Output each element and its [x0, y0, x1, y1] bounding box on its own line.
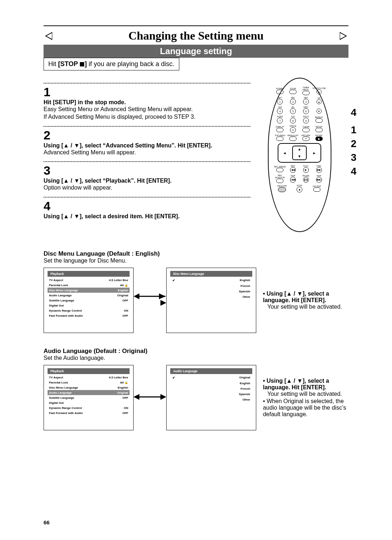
key-2[interactable]: 2	[290, 99, 296, 105]
menu-row: Audio LanguageOriginal	[48, 293, 130, 298]
menu-row: TV Aspect4:3 Letter Box	[48, 277, 130, 283]
stop-button[interactable]: ■	[297, 187, 302, 192]
step-number-4: 4	[44, 199, 250, 213]
dpad[interactable]: ◄ ▲ ▼ ►	[278, 143, 321, 163]
svg-marker-5	[159, 293, 166, 299]
step-head-4: Using [▲ / ▼], select a desired item. Hi…	[44, 213, 250, 220]
svg-marker-9	[134, 394, 139, 400]
list-item: English	[170, 381, 252, 386]
dpad-left-icon[interactable]: ◄	[281, 150, 288, 156]
rev-button[interactable]: ◀◀	[290, 167, 296, 173]
ch-down-button[interactable]: ▼	[317, 109, 322, 114]
step-head-3: Using [▲ / ▼], select “Playback”. Hit [E…	[44, 178, 250, 184]
dpad-right-icon[interactable]: ►	[311, 150, 318, 156]
disc-menu-lang-head: Disc Menu Language (Default : English)	[44, 250, 348, 257]
svg-marker-0	[46, 32, 52, 40]
list-item: Other	[170, 294, 252, 300]
menu-row: Subtitle LanguageOFF	[48, 298, 130, 303]
step-body-3: Option window will appear.	[44, 184, 250, 192]
list-item: Spanish	[170, 289, 252, 294]
skip-back-button[interactable]: |◀◀	[290, 177, 296, 183]
menu-row: Audio LanguageOriginal	[48, 390, 130, 395]
disc-menu-lang-sub: Set the language for Disc Menu.	[44, 257, 348, 264]
menu-row: Fast Forward with AudioOFF	[48, 410, 130, 415]
step-head-1: Hit [SETUP] in the stop mode.	[44, 99, 250, 106]
svg-marker-3	[134, 293, 139, 299]
power-button[interactable]	[276, 90, 283, 94]
menu-row: Subtitle LanguageOFF	[48, 395, 130, 400]
step-number-1: 1	[44, 85, 250, 99]
dpad-down-icon[interactable]: ▼	[298, 155, 301, 158]
step-body-1b: If Advanced Setting Menu is displayed, p…	[44, 113, 250, 121]
key-6[interactable]: 6	[303, 108, 309, 114]
menu-row: Dynamic Range ControlON	[48, 308, 130, 313]
display-button[interactable]	[276, 128, 283, 132]
title-ornament-right-icon	[340, 32, 348, 40]
dpad-up-icon[interactable]: ▲	[298, 148, 301, 151]
enter-button[interactable]: ⏺	[315, 137, 323, 141]
audio-lang-sub: Set the Audio language.	[44, 355, 348, 361]
setting-activated-note-2: Your setting will be activated.	[267, 391, 348, 397]
rec-speed-button[interactable]	[276, 168, 283, 172]
ch-up-button[interactable]: ▲	[317, 99, 322, 104]
return-button[interactable]: ↩	[302, 137, 310, 141]
step-number-2: 2	[44, 128, 250, 142]
pause-button[interactable]: ❚❚	[303, 177, 309, 183]
step-head-2: Using [▲ / ▼], select “Advanced Setting …	[44, 142, 250, 149]
section-banner: Language setting	[44, 45, 348, 58]
audio-lang-head: Audio Language (Default : Original)	[44, 348, 348, 355]
menu-row: Disc Menu LanguageEnglish	[48, 385, 130, 390]
setting-activated-note-1: Your setting will be activated.	[267, 304, 348, 310]
key-1[interactable]: 1	[277, 99, 283, 105]
top-rule	[44, 25, 348, 26]
rec-monitor-button[interactable]	[276, 179, 283, 183]
arrow-right-icon	[134, 293, 166, 308]
list-item: Other	[170, 397, 252, 402]
menu-row: Fast Forward with AudioOFF	[48, 313, 130, 318]
remote-callouts-main: 1 2 3 4	[351, 125, 356, 180]
key-0[interactable]: 0	[290, 127, 296, 133]
key-7[interactable]: 7	[277, 118, 283, 123]
play-button[interactable]: ▶	[303, 167, 309, 173]
cm-skip-button[interactable]	[313, 187, 320, 192]
title-ornament-left-icon	[44, 32, 52, 40]
select-lang-instruction-1: • Using [▲ / ▼], select a language. Hit …	[263, 291, 348, 304]
key-4[interactable]: 4	[277, 108, 283, 114]
menu-list-button[interactable]	[289, 137, 297, 141]
menu-row: Digital Out	[48, 400, 130, 405]
clear-button[interactable]	[302, 128, 310, 132]
timer-prog-button[interactable]	[302, 91, 310, 95]
setup-button[interactable]	[315, 128, 323, 132]
skip-fwd-button[interactable]: ▶▶|	[316, 177, 322, 183]
select-lang-instruction-2: • Using [▲ / ▼], select a language. Hit …	[263, 378, 348, 391]
list-item: Spanish	[170, 391, 252, 397]
playback-menu-box-1: Playback TV Aspect4:3 Letter BoxParental…	[44, 268, 134, 333]
stop-icon	[80, 62, 84, 66]
key-8[interactable]: 8	[290, 118, 296, 123]
step-body-2: Advanced Setting Menu will appear.	[44, 149, 250, 157]
key-3[interactable]: 3	[303, 99, 309, 105]
step-body-1a: Easy Setting Menu or Advanced Setting Me…	[44, 106, 250, 113]
remote-control-diagram: POWER ZOOM TIMER PROG. OPEN/CLOSE▲ @!?1 …	[268, 78, 331, 232]
svg-marker-1	[340, 32, 346, 40]
disc-menu-lang-list: Disc Menu Language ✔EnglishFrenchSpanish…	[166, 268, 256, 333]
repeat-button[interactable]	[315, 118, 323, 123]
menu-row: Disc Menu LanguageEnglish	[48, 288, 130, 293]
list-item: French	[170, 386, 252, 391]
menu-row: Dynamic Range ControlON	[48, 405, 130, 410]
list-item: French	[170, 283, 252, 289]
remote-callout-4-top: 4	[351, 107, 356, 119]
list-item: ✔Original	[170, 375, 252, 381]
open-close-button[interactable]: ▲	[317, 89, 322, 94]
arrow-right-icon-2	[134, 393, 166, 402]
menu-row: Parental LockAll 🔒	[48, 283, 130, 288]
rec-otr-button[interactable]	[278, 187, 286, 192]
list-item: ✔English	[170, 277, 252, 283]
top-menu-button[interactable]	[276, 137, 283, 141]
svg-marker-8	[160, 394, 166, 400]
fwd-button[interactable]: ▶▶	[316, 167, 322, 173]
key-5[interactable]: 5	[290, 108, 296, 114]
key-9[interactable]: 9	[303, 118, 309, 123]
page-title: Changing the Setting menu	[52, 29, 340, 42]
zoom-button[interactable]	[289, 90, 297, 94]
